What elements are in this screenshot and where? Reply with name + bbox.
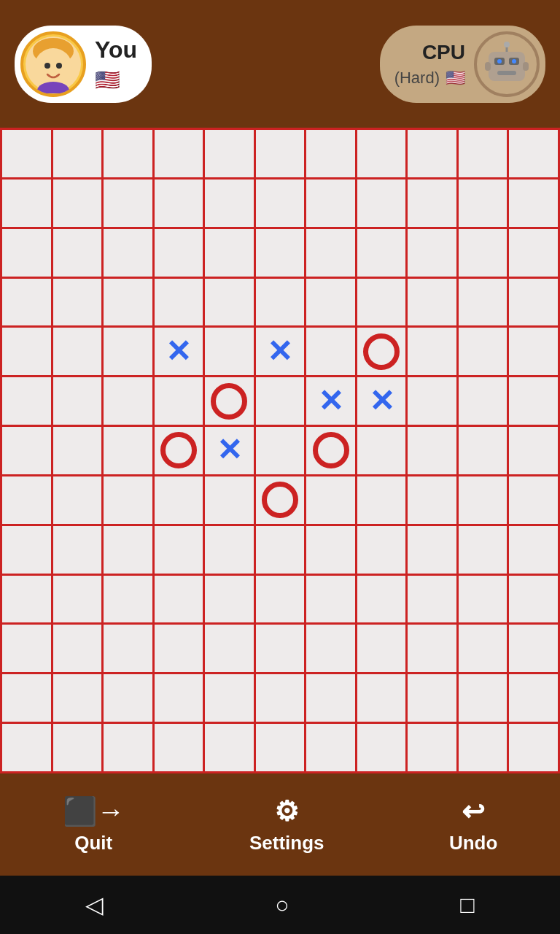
cell[interactable]: [459, 377, 510, 427]
cell[interactable]: [104, 625, 155, 674]
cell[interactable]: [459, 279, 510, 328]
cell[interactable]: [205, 576, 256, 625]
cell[interactable]: [155, 130, 206, 180]
cell[interactable]: [509, 625, 560, 674]
cell[interactable]: [509, 724, 560, 773]
cell[interactable]: [53, 526, 104, 576]
cell[interactable]: ✕: [256, 328, 307, 377]
cell[interactable]: [155, 526, 206, 576]
cell[interactable]: [2, 576, 53, 625]
cell[interactable]: [509, 328, 560, 377]
cell[interactable]: [306, 674, 357, 724]
cell[interactable]: [2, 130, 53, 180]
cell[interactable]: [53, 328, 104, 377]
cell[interactable]: [205, 476, 256, 526]
cell[interactable]: [459, 526, 510, 576]
cell[interactable]: [205, 724, 256, 773]
cell[interactable]: [306, 576, 357, 625]
cell[interactable]: [205, 130, 256, 180]
cell[interactable]: [509, 427, 560, 476]
cell[interactable]: [357, 724, 408, 773]
cell[interactable]: [306, 526, 357, 576]
cell[interactable]: [408, 180, 459, 229]
cell[interactable]: [509, 674, 560, 724]
cell[interactable]: [53, 476, 104, 526]
cell[interactable]: [459, 229, 510, 279]
cell[interactable]: [408, 674, 459, 724]
cell[interactable]: [509, 229, 560, 279]
cell[interactable]: [509, 130, 560, 180]
cell[interactable]: [104, 674, 155, 724]
cell[interactable]: [509, 377, 560, 427]
cell[interactable]: [155, 427, 206, 476]
cell[interactable]: [104, 724, 155, 773]
cell[interactable]: [155, 476, 206, 526]
cell[interactable]: [256, 130, 307, 180]
cell[interactable]: ✕: [357, 377, 408, 427]
cell[interactable]: [306, 724, 357, 773]
undo-button[interactable]: ↩ Undo: [449, 795, 497, 854]
cell[interactable]: [509, 279, 560, 328]
cell[interactable]: [2, 328, 53, 377]
cell[interactable]: [509, 526, 560, 576]
cell[interactable]: [306, 130, 357, 180]
cell[interactable]: [104, 377, 155, 427]
cell[interactable]: [306, 625, 357, 674]
cell[interactable]: [408, 377, 459, 427]
cell[interactable]: [104, 576, 155, 625]
back-button[interactable]: ◁: [85, 891, 104, 919]
cell[interactable]: [2, 674, 53, 724]
cell[interactable]: [306, 180, 357, 229]
cell[interactable]: [155, 576, 206, 625]
cell[interactable]: [53, 279, 104, 328]
cell[interactable]: [104, 180, 155, 229]
cell[interactable]: [205, 328, 256, 377]
cell[interactable]: [256, 625, 307, 674]
cell[interactable]: [357, 576, 408, 625]
settings-button[interactable]: ⚙ Settings: [249, 795, 324, 854]
cell[interactable]: [357, 328, 408, 377]
cell[interactable]: [306, 229, 357, 279]
cell[interactable]: [104, 328, 155, 377]
cell[interactable]: [357, 229, 408, 279]
cell[interactable]: [459, 180, 510, 229]
cell[interactable]: [459, 674, 510, 724]
cell[interactable]: [256, 476, 307, 526]
cell[interactable]: [408, 427, 459, 476]
cell[interactable]: [408, 625, 459, 674]
cell[interactable]: [155, 377, 206, 427]
cell[interactable]: [205, 526, 256, 576]
cell[interactable]: [459, 130, 510, 180]
cell[interactable]: [256, 576, 307, 625]
cell[interactable]: [306, 476, 357, 526]
cell[interactable]: [53, 130, 104, 180]
cell[interactable]: [53, 576, 104, 625]
cell[interactable]: [53, 724, 104, 773]
cell[interactable]: [408, 130, 459, 180]
cell[interactable]: [205, 377, 256, 427]
cell[interactable]: [104, 526, 155, 576]
cell[interactable]: [459, 724, 510, 773]
cell[interactable]: [2, 180, 53, 229]
cell[interactable]: [155, 625, 206, 674]
cell[interactable]: [357, 526, 408, 576]
cell[interactable]: [256, 229, 307, 279]
cell[interactable]: [2, 526, 53, 576]
cell[interactable]: [408, 279, 459, 328]
cell[interactable]: [53, 427, 104, 476]
cell[interactable]: [357, 130, 408, 180]
home-button[interactable]: ○: [275, 892, 289, 919]
cell[interactable]: [459, 576, 510, 625]
cell[interactable]: [306, 427, 357, 476]
cell[interactable]: [53, 674, 104, 724]
cell[interactable]: [408, 724, 459, 773]
cell[interactable]: [205, 625, 256, 674]
cell[interactable]: [256, 526, 307, 576]
cell[interactable]: [256, 279, 307, 328]
cell[interactable]: [53, 377, 104, 427]
cell[interactable]: [205, 279, 256, 328]
cell[interactable]: [104, 229, 155, 279]
cell[interactable]: [509, 476, 560, 526]
game-board[interactable]: ✕✕✕✕✕: [0, 128, 560, 773]
cell[interactable]: [509, 180, 560, 229]
